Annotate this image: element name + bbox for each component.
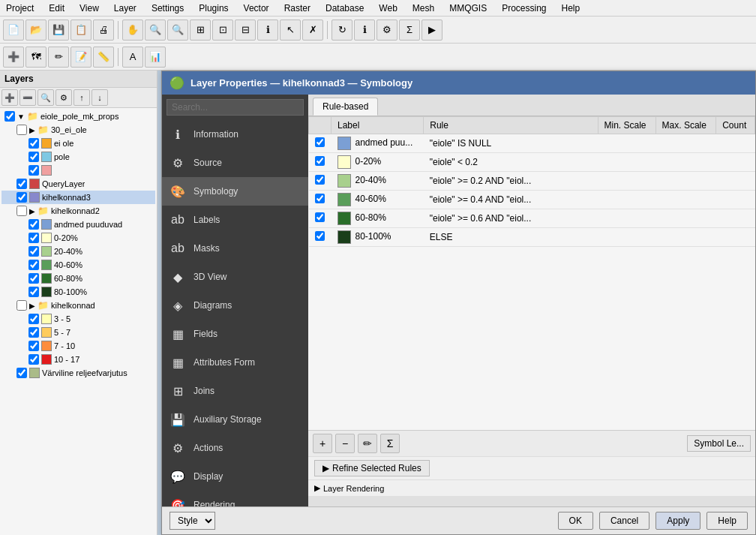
layer-check-6[interactable]	[16, 192, 27, 203]
open-project-btn[interactable]: 📂	[26, 20, 46, 41]
row-checkbox-0[interactable]	[315, 137, 325, 147]
table-row[interactable]: 60-80%"eiole" >= 0.6 AND "eiol...	[309, 209, 755, 228]
select-btn[interactable]: ↖	[280, 20, 301, 41]
symbol-level-btn[interactable]: Symbol Le...	[687, 435, 751, 452]
layer-check-2[interactable]	[28, 138, 39, 149]
menu-item-vector[interactable]: Vector	[241, 2, 272, 15]
layer-props-btn[interactable]: ⚙	[56, 89, 72, 106]
layer-check-11[interactable]	[28, 260, 39, 270]
diagram-btn[interactable]: 📊	[145, 47, 166, 68]
sigma-btn[interactable]: Σ	[380, 434, 400, 453]
menu-item-help[interactable]: Help	[559, 2, 584, 15]
layer-check-19[interactable]	[16, 368, 27, 378]
menu-item-mesh[interactable]: Mesh	[410, 2, 437, 15]
tab-rule-based[interactable]: Rule-based	[313, 98, 378, 116]
layer-up-btn[interactable]: ↑	[74, 89, 90, 106]
refresh-btn[interactable]: ↻	[332, 20, 352, 41]
layer-item-10[interactable]: 20-40%	[2, 245, 155, 258]
row-checkbox-1[interactable]	[315, 156, 325, 166]
menu-item-processing[interactable]: Processing	[499, 2, 549, 15]
info-btn[interactable]: ℹ	[354, 20, 375, 41]
layer-item-19[interactable]: Värviline reljeefvarjutus	[2, 366, 155, 380]
nav-item-rendering[interactable]: 🎯Rendering	[162, 491, 308, 506]
table-row[interactable]: 80-100%ELSE	[309, 228, 755, 247]
zoom-full-btn[interactable]: ⊞	[190, 20, 211, 41]
remove-rule-btn[interactable]: −	[335, 434, 355, 453]
style-dropdown[interactable]: Style	[170, 512, 215, 530]
layer-check-5[interactable]	[16, 179, 27, 189]
nav-item-source[interactable]: ⚙Source	[162, 149, 308, 177]
menu-item-raster[interactable]: Raster	[281, 2, 314, 15]
nav-item-masks[interactable]: abMasks	[162, 234, 308, 263]
layer-item-11[interactable]: 40-60%	[2, 258, 155, 272]
remove-layer-btn[interactable]: ➖	[20, 89, 36, 106]
nav-item-actions[interactable]: ⚙Actions	[162, 434, 308, 462]
layer-check-1[interactable]	[16, 125, 27, 135]
nav-item-diagrams[interactable]: ◈Diagrams	[162, 291, 308, 320]
row-checkbox-3[interactable]	[315, 194, 325, 203]
settings-btn[interactable]: ⚙	[376, 20, 398, 41]
layer-check-0[interactable]	[4, 111, 15, 122]
nav-item-3dview[interactable]: ◆3D View	[162, 263, 308, 291]
menu-item-project[interactable]: Project	[3, 2, 37, 15]
menu-item-web[interactable]: Web	[376, 2, 400, 15]
add-layer-btn[interactable]: ➕	[2, 89, 18, 106]
nav-item-information[interactable]: ℹInformation	[162, 120, 308, 149]
layer-check-13[interactable]	[28, 287, 39, 297]
nav-item-symbology[interactable]: 🎨Symbology	[162, 177, 308, 206]
label-btn[interactable]: A	[122, 47, 143, 68]
table-row[interactable]: 40-60%"eiole" >= 0.4 AND "eiol...	[309, 191, 755, 209]
nav-item-auxiliary-storage[interactable]: 💾Auxiliary Storage	[162, 405, 308, 434]
edit-btn[interactable]: 📝	[70, 47, 92, 68]
measure-btn[interactable]: 📏	[93, 47, 114, 68]
row-checkbox-5[interactable]	[315, 231, 325, 241]
apply-btn[interactable]: Apply	[656, 512, 700, 530]
zoom-selected-btn[interactable]: ⊡	[212, 20, 233, 41]
zoom-layer-btn[interactable]: ⊟	[235, 20, 256, 41]
digitize-btn[interactable]: ✏	[48, 47, 69, 68]
layer-item-0[interactable]: ▼📁eiole_pole_mk_props	[2, 110, 155, 123]
layer-item-15[interactable]: 3 - 5	[2, 312, 155, 326]
layer-item-18[interactable]: 10 - 17	[2, 353, 155, 366]
save-project-btn[interactable]: 💾	[48, 20, 69, 41]
table-row[interactable]: andmed puu..."eiole" IS NULL	[309, 134, 755, 153]
layer-check-9[interactable]	[28, 233, 39, 243]
menu-item-view[interactable]: View	[76, 2, 102, 15]
zoom-in-btn[interactable]: 🔍	[145, 20, 166, 41]
layer-check-18[interactable]	[28, 354, 39, 365]
deselect-btn[interactable]: ✗	[302, 20, 323, 41]
layer-item-9[interactable]: 0-20%	[2, 231, 155, 245]
pan-btn[interactable]: ✋	[122, 20, 143, 41]
layer-check-7[interactable]	[16, 206, 27, 216]
layer-check-14[interactable]	[16, 300, 27, 311]
layer-item-16[interactable]: 5 - 7	[2, 326, 155, 339]
identify-btn[interactable]: ℹ	[257, 20, 278, 41]
menu-item-mmqgis[interactable]: MMQGIS	[446, 2, 490, 15]
nav-item-fields[interactable]: ▦Fields	[162, 320, 308, 348]
add-raster-btn[interactable]: 🗺	[26, 47, 46, 68]
row-checkbox-2[interactable]	[315, 175, 325, 185]
horiz-scrollbar[interactable]	[308, 496, 755, 506]
layer-down-btn[interactable]: ↓	[92, 89, 108, 106]
layer-filter-btn[interactable]: 🔍	[38, 89, 54, 106]
layer-item-2[interactable]: ei ole	[2, 137, 155, 150]
new-project-btn[interactable]: 📄	[3, 20, 24, 41]
layer-item-1[interactable]: ▶📁30_ei_ole	[2, 123, 155, 137]
ok-btn[interactable]: OK	[558, 512, 593, 530]
stats-btn[interactable]: Σ	[399, 20, 420, 41]
help-btn[interactable]: Help	[706, 512, 748, 530]
edit-rule-btn[interactable]: ✏	[358, 434, 377, 453]
layer-check-15[interactable]	[28, 314, 39, 324]
nav-item-joins[interactable]: ⊞Joins	[162, 377, 308, 405]
layer-check-8[interactable]	[28, 219, 39, 230]
print-btn[interactable]: 🖨	[93, 20, 114, 41]
refine-selected-btn[interactable]: ▶ Refine Selected Rules	[314, 460, 430, 476]
cancel-btn[interactable]: Cancel	[599, 512, 650, 530]
row-checkbox-4[interactable]	[315, 212, 325, 222]
menu-item-database[interactable]: Database	[322, 2, 367, 15]
add-rule-btn[interactable]: +	[313, 434, 332, 453]
add-vector-btn[interactable]: ➕	[3, 47, 24, 68]
table-row[interactable]: 20-40%"eiole" >= 0.2 AND "eiol...	[309, 172, 755, 191]
menu-item-layer[interactable]: Layer	[111, 2, 140, 15]
layer-item-5[interactable]: QueryLayer	[2, 177, 155, 191]
